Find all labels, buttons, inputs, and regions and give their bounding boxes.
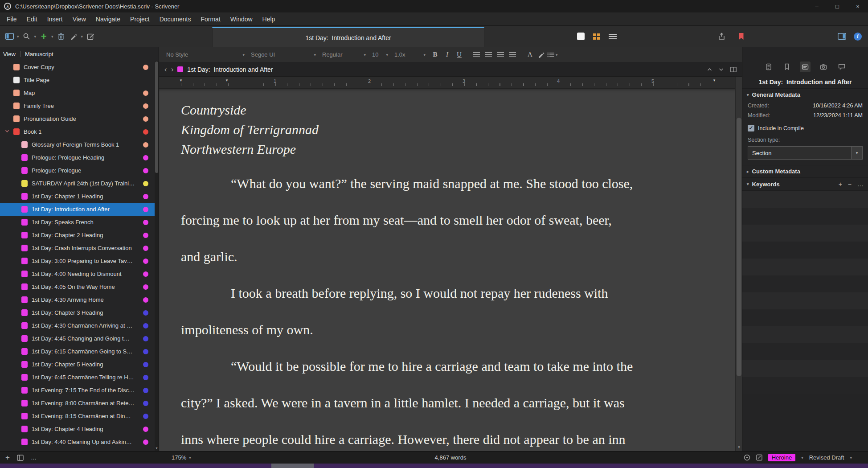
binder-item[interactable]: 1st Day: 4:00 Needing to Dismount: [0, 267, 159, 280]
binder-item[interactable]: 1st Day: Crash Interrupts Conversation: [0, 242, 159, 255]
binder-item[interactable]: 1st Day: Introduction and After: [0, 203, 159, 216]
left-margin-marker[interactable]: ▾: [180, 78, 182, 82]
custom-metadata-header[interactable]: ▸ Custom Metadata: [742, 165, 868, 177]
bookmarks-tab-icon[interactable]: [782, 62, 792, 72]
document-view-button[interactable]: [576, 30, 585, 43]
split-editor-icon[interactable]: [730, 67, 737, 72]
binder-item[interactable]: Prologue: Prologue: [0, 164, 159, 177]
bold-button[interactable]: B: [429, 51, 441, 58]
menu-window[interactable]: Window: [225, 12, 258, 26]
binder-item[interactable]: 1st Day: Chapter 1 Heading: [0, 190, 159, 203]
status-note-icon[interactable]: [756, 454, 762, 461]
comments-tab-icon[interactable]: [836, 62, 847, 72]
compose-icon[interactable]: [86, 30, 95, 43]
binder-toggle-icon[interactable]: [4, 30, 14, 43]
corkboard-view-button[interactable]: [592, 30, 602, 43]
status-book-icon[interactable]: [17, 455, 24, 461]
expander-icon[interactable]: [5, 129, 9, 133]
binder-item[interactable]: 1st Day: 4:40 Cleaning Up and Askin…: [0, 435, 159, 448]
status-add-icon[interactable]: +: [5, 453, 10, 462]
first-line-indent-marker[interactable]: ▾: [226, 78, 228, 82]
text-color-button[interactable]: A: [524, 51, 536, 58]
binder-item[interactable]: 1st Day: Chapter 3 Heading: [0, 306, 159, 319]
minimize-button[interactable]: –: [807, 0, 827, 12]
menu-navigate[interactable]: Navigate: [91, 12, 125, 26]
remove-keyword-button[interactable]: −: [848, 181, 852, 188]
general-metadata-header[interactable]: ▾ General Metadata: [742, 88, 868, 101]
zoom-control[interactable]: 175% ▾: [172, 454, 191, 461]
menu-format[interactable]: Format: [196, 12, 225, 26]
binder-item[interactable]: 1st Day: 6:15 Charmänen Going to S…: [0, 345, 159, 358]
binder-item[interactable]: Map: [0, 86, 159, 99]
binder-view-label[interactable]: View: [3, 51, 16, 57]
metadata-tab-icon[interactable]: [800, 62, 811, 72]
menu-insert[interactable]: Insert: [42, 12, 68, 26]
font-size-dropdown[interactable]: 10▾: [369, 49, 392, 60]
next-document-icon[interactable]: [719, 68, 724, 71]
binder-item[interactable]: Prologue: Prologue Heading: [0, 151, 159, 164]
keyword-more-button[interactable]: …: [857, 181, 864, 188]
search-caret-icon[interactable]: ▾: [34, 34, 37, 39]
pen-icon[interactable]: [69, 30, 78, 43]
binder-item[interactable]: 1st Day: 4:30 Arriving Home: [0, 293, 159, 306]
binder-item[interactable]: Cover Copy: [0, 61, 159, 74]
editor-tab[interactable]: 1st Day: Introduction and After: [212, 27, 484, 47]
binder-item[interactable]: 1st Evening: 8:15 Charmänen at Din…: [0, 410, 159, 423]
menu-help[interactable]: Help: [258, 12, 280, 26]
draft-status-label[interactable]: Revised Draft: [809, 454, 844, 461]
previous-document-icon[interactable]: [707, 68, 712, 71]
include-in-compile-checkbox[interactable]: ✓: [748, 125, 754, 131]
binder-item[interactable]: 1st Day: 4:45 Changing and Going t…: [0, 332, 159, 345]
binder-item[interactable]: Book 1: [0, 125, 159, 138]
maximize-button[interactable]: □: [827, 0, 848, 12]
align-left-icon[interactable]: [473, 52, 480, 57]
menu-documents[interactable]: Documents: [155, 12, 196, 26]
binder-item[interactable]: 1st Evening: 7:15 The End of the Disc…: [0, 384, 159, 397]
add-item-caret-icon[interactable]: ▾: [51, 34, 53, 39]
binder-item[interactable]: 1st Day: Chapter 5 Heading: [0, 358, 159, 371]
forward-button[interactable]: ›: [171, 66, 174, 73]
back-button[interactable]: ‹: [164, 66, 167, 73]
style-dropdown[interactable]: No Style▾: [164, 49, 248, 60]
binder-item[interactable]: 1st Day: 6:45 Charmänen Telling re H…: [0, 371, 159, 384]
section-type-dropdown[interactable]: Section ▾: [748, 146, 863, 160]
binder-item[interactable]: 1st Day: Chapter 4 Heading: [0, 423, 159, 435]
binder-item[interactable]: Title Page: [0, 74, 159, 86]
binder-item[interactable]: 1st Day: 4:05 On the Way Home: [0, 280, 159, 293]
binder-item[interactable]: Glossary of Foreign Terms Book 1: [0, 138, 159, 151]
binder-item[interactable]: 1st Day: Speaks French: [0, 216, 159, 229]
ruler[interactable]: ▾ ▾ ▾ 12345: [159, 77, 742, 89]
binder-collection-label[interactable]: Manuscript: [25, 51, 53, 57]
menu-edit[interactable]: Edit: [22, 12, 42, 26]
binder-scroll-down-icon[interactable]: ▾: [155, 446, 159, 450]
keywords-header[interactable]: ▾ Keywords + − …: [742, 177, 868, 190]
editor-scrollbar[interactable]: ▾: [735, 77, 742, 451]
menu-project[interactable]: Project: [125, 12, 155, 26]
notes-tab-icon[interactable]: [763, 62, 774, 72]
snapshots-tab-icon[interactable]: [818, 62, 829, 72]
menu-view[interactable]: View: [68, 12, 91, 26]
italic-button[interactable]: I: [441, 51, 453, 58]
align-right-icon[interactable]: [509, 52, 516, 57]
info-icon[interactable]: i: [854, 33, 862, 41]
binder-item[interactable]: Family Tree: [0, 99, 159, 112]
status-more-icon[interactable]: …: [31, 454, 37, 461]
list-format-icon[interactable]: [546, 48, 556, 62]
draft-status-caret-icon[interactable]: ▾: [850, 456, 852, 460]
font-weight-dropdown[interactable]: Regular▾: [319, 49, 369, 60]
align-justify-icon[interactable]: [497, 52, 504, 57]
outliner-view-button[interactable]: [608, 30, 618, 43]
share-icon[interactable]: [717, 30, 726, 43]
line-spacing-dropdown[interactable]: 1.0x▾: [392, 49, 429, 60]
font-dropdown[interactable]: Segoe UI▾: [248, 49, 319, 60]
binder-item[interactable]: 1st Day: 4:30 Charmänen Arriving at …: [0, 319, 159, 332]
highlighter-icon[interactable]: [536, 48, 546, 62]
binder-item[interactable]: 1st Day: Chapter 2 Heading: [0, 229, 159, 242]
trash-icon[interactable]: [56, 30, 66, 43]
binder-item[interactable]: 1st Day: 3:00 Preparing to Leave Tav…: [0, 255, 159, 267]
binder-item[interactable]: Pronunciation Guide: [0, 112, 159, 125]
word-count[interactable]: 4,867 words: [435, 454, 467, 461]
add-keyword-button[interactable]: +: [839, 181, 842, 188]
editor-scroll-down-icon[interactable]: ▾: [736, 445, 742, 449]
binder-item[interactable]: 1st Evening: 8:00 Charmänen at Rete…: [0, 397, 159, 410]
